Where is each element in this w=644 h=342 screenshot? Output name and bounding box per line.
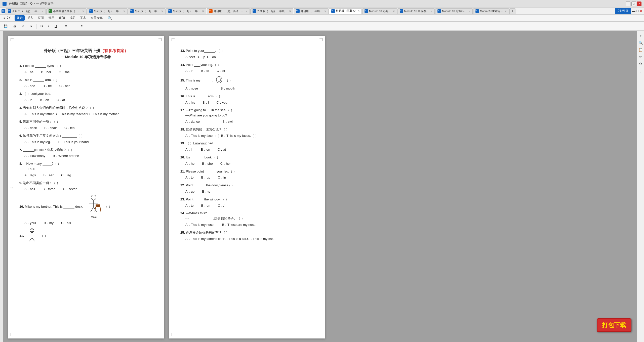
menu-file[interactable]: ≡ 文件: [2, 15, 14, 21]
download-badge[interactable]: 打包下载: [597, 318, 631, 332]
tab-3-close[interactable]: ✕: [123, 10, 125, 13]
bold-button[interactable]: B: [38, 23, 45, 29]
option-10b: B．my: [44, 221, 54, 226]
underline-button[interactable]: U: [52, 23, 59, 29]
glasses-svg: [26, 228, 38, 242]
menu-reference[interactable]: 引用: [46, 15, 56, 21]
option-8b: B．ear: [44, 173, 54, 178]
option-16c: C．you: [217, 100, 227, 105]
minimize-button[interactable]: —: [626, 2, 630, 6]
option-2c: C．her: [59, 83, 70, 89]
svg-line-3: [91, 207, 94, 212]
menu-tools[interactable]: 工具: [78, 15, 88, 21]
right-sidebar-icon-3[interactable]: 📋: [638, 47, 643, 52]
right-sidebar-icon-2[interactable]: 🔍: [638, 40, 643, 45]
question-3: 3. （ ）Lookyour bed. A．in B．on C．at: [19, 91, 153, 103]
tab-6-icon: W: [209, 9, 213, 13]
tab-4[interactable]: W外研版（三起三年...✕: [128, 8, 166, 14]
option-21c: C．in: [218, 175, 226, 180]
tab-4-close[interactable]: ✕: [161, 10, 163, 13]
tab-12-close[interactable]: ✕: [468, 10, 470, 13]
right-sidebar-icon-4[interactable]: ✏: [638, 54, 643, 59]
menu-vip[interactable]: 会员专享: [89, 15, 105, 21]
mike-figure: Mike: [87, 194, 101, 219]
right-sidebar-icon-5[interactable]: ⚙: [638, 61, 643, 66]
new-tab-button[interactable]: +: [509, 8, 515, 14]
tab-bar: W W外研版（三起）三年...✕ W小学英语外研版（三...✕ W外研版（三起）…: [0, 8, 644, 15]
minimize-icon[interactable]: —: [632, 9, 635, 13]
question-9-options: A．ball B．three C．seven: [24, 187, 153, 192]
italic-button[interactable]: I: [46, 23, 51, 29]
fullscreen-icon[interactable]: □: [636, 9, 638, 13]
tab-12[interactable]: WModule 10 综合练...✕: [435, 8, 473, 14]
question-9: 9. 选出不同类的一项：（ ） A．ball B．three C．seven: [19, 181, 153, 192]
tab-5[interactable]: W外研版（三起）三年...✕: [166, 8, 206, 14]
tab-1[interactable]: W外研版（三起）三年...✕: [6, 8, 46, 14]
question-19-options: A．in B．on C．at: [185, 147, 314, 152]
svg-line-7: [100, 207, 101, 212]
close-icon[interactable]: ✕: [639, 9, 642, 13]
option-6b: B．This is your hand.: [58, 140, 90, 145]
question-18: 18. 这是我的脸，该怎么说？（ ） A．This is my face.（ ）…: [180, 127, 314, 139]
option-15a: A．nose: [185, 86, 198, 91]
tab-7-icon: W: [253, 9, 256, 13]
tab-9-close[interactable]: ✕: [357, 10, 359, 12]
option-14c: C．of: [217, 68, 225, 74]
align-right-button[interactable]: ≡: [78, 23, 85, 29]
restore-button[interactable]: □: [631, 2, 636, 6]
close-button[interactable]: ✕: [637, 2, 641, 6]
tab-7-close[interactable]: ✕: [289, 10, 291, 13]
tab-5-close[interactable]: ✕: [202, 10, 204, 13]
search-icon[interactable]: 🔍: [108, 16, 112, 20]
question-13: 13. Point to your______. （ ） A. feet B. …: [180, 48, 314, 60]
tab-7[interactable]: W外研版（三起）三年级...✕: [250, 8, 293, 14]
redo-button[interactable]: ↪: [27, 23, 34, 29]
toolbar: 💾 🖨 ↩ ↪ B I U ≡ ☰ ≡: [0, 22, 644, 31]
save-button[interactable]: 💾: [2, 23, 10, 29]
tab-13-close[interactable]: ✕: [505, 10, 507, 13]
option-19a: A．in: [185, 147, 193, 152]
tab-3[interactable]: W外研版（三起）三年...✕: [87, 8, 127, 14]
page-1: ⠿⠿ 外研版（三起）三年级英语上册（有参考答案） —Module 10 单项选择…: [8, 36, 164, 338]
left-panel: ⋮⋮: [0, 31, 3, 342]
tab-2-close[interactable]: ✕: [82, 10, 84, 13]
option-16a: A．his: [185, 100, 195, 105]
menu-start[interactable]: 开始: [15, 15, 25, 21]
align-left-button[interactable]: ≡: [63, 23, 69, 29]
tab-6-close[interactable]: ✕: [246, 10, 248, 13]
tab-10[interactable]: WModule 10 元期...✕: [362, 8, 397, 14]
option-1c: C．she: [59, 70, 70, 75]
tab-11-close[interactable]: ✕: [430, 10, 432, 13]
tab-10-close[interactable]: ✕: [393, 10, 395, 13]
tab-8[interactable]: W外研版（三年级...✕: [294, 8, 329, 14]
question-15: 15. This is my ______. （ ） A．nose B．mout…: [180, 76, 314, 91]
question-23-options: A．to B．on C．/: [185, 203, 314, 208]
option-23c: C．/: [218, 203, 224, 208]
tab-6[interactable]: W外研版（三起）高清三...✕: [207, 8, 250, 14]
tab-1-close[interactable]: ✕: [42, 10, 44, 13]
tab-9-icon: W: [331, 9, 335, 13]
menu-review[interactable]: 审阅: [57, 15, 67, 21]
tab-2[interactable]: W小学英语外研版（三...✕: [46, 8, 87, 14]
title-bar: 外研版（三起）Q × — WPS 文字 — □ ✕: [0, 0, 644, 8]
tab-11[interactable]: WModule 10 周练卷...✕: [397, 8, 435, 14]
tab-8-close[interactable]: ✕: [324, 10, 326, 13]
right-sidebar-icon-6[interactable]: ⋮: [638, 68, 643, 73]
tab-13-icon: W: [475, 9, 479, 13]
undo-button[interactable]: ↩: [19, 23, 26, 29]
menu-insert[interactable]: 插入: [25, 15, 35, 21]
print-button[interactable]: 🖨: [11, 23, 18, 29]
tab-9[interactable]: W外研版（三起 Q✕: [329, 8, 362, 14]
login-button[interactable]: 立即登录: [615, 8, 631, 14]
option-9c: C．seven: [63, 187, 77, 192]
align-center-button[interactable]: ☰: [70, 23, 77, 29]
menu-page[interactable]: 页面: [36, 15, 46, 21]
menu-view[interactable]: 视图: [67, 15, 77, 21]
option-1a: A．he: [24, 70, 33, 75]
question-5-options: A．desk B．chair C．ten: [24, 125, 153, 131]
right-sidebar-icon-1[interactable]: ⌖: [638, 33, 643, 38]
tab-13[interactable]: WModule10重难点...✕: [473, 8, 509, 14]
option-3c: C．at: [57, 98, 65, 103]
corner-2-bl: [172, 333, 175, 336]
drag-handle[interactable]: ⠿⠿: [10, 187, 13, 190]
